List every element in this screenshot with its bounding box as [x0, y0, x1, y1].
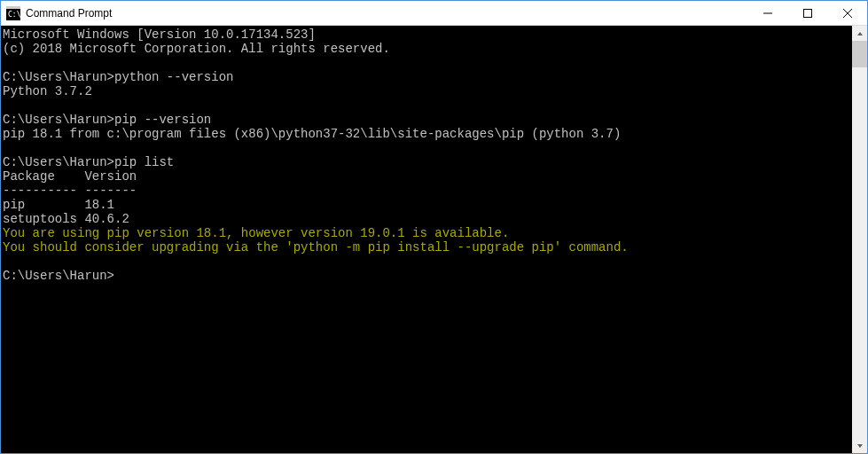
console-line: You are using pip version 18.1, however … — [3, 226, 852, 240]
console-line: Python 3.7.2 — [3, 84, 852, 98]
scroll-up-button[interactable] — [852, 26, 867, 41]
console-line — [3, 56, 852, 70]
close-button[interactable] — [827, 1, 867, 25]
console-area: Microsoft Windows [Version 10.0.17134.52… — [1, 26, 867, 453]
vertical-scrollbar[interactable] — [852, 26, 867, 453]
console-line — [3, 141, 852, 155]
console-line: Package Version — [3, 169, 852, 184]
console-line — [3, 98, 852, 113]
minimize-button[interactable] — [747, 1, 787, 25]
window-title: Command Prompt — [26, 7, 747, 20]
command-prompt-window: C:\ Command Prompt Microsoft Windows [Ve… — [0, 0, 868, 454]
console-line: (c) 2018 Microsoft Corporation. All righ… — [3, 42, 852, 56]
console-line: ---------- ------- — [3, 184, 852, 198]
console-line: pip 18.1 from c:\program files (x86)\pyt… — [3, 127, 852, 141]
console-line: setuptools 40.6.2 — [3, 212, 852, 226]
maximize-button[interactable] — [787, 1, 827, 25]
console-line: pip 18.1 — [3, 198, 852, 212]
console-line — [3, 254, 852, 269]
svg-marker-7 — [857, 32, 863, 35]
console-line: You should consider upgrading via the 'p… — [3, 240, 852, 254]
svg-rect-4 — [803, 9, 811, 17]
cmd-icon: C:\ — [6, 6, 20, 20]
scroll-thumb[interactable] — [852, 41, 867, 67]
titlebar[interactable]: C:\ Command Prompt — [1, 1, 867, 26]
svg-rect-1 — [6, 6, 20, 9]
console-line: Microsoft Windows [Version 10.0.17134.52… — [3, 27, 852, 42]
window-controls — [747, 1, 867, 25]
console-output[interactable]: Microsoft Windows [Version 10.0.17134.52… — [1, 26, 852, 453]
svg-text:C:\: C:\ — [8, 11, 20, 19]
console-line: C:\Users\Harun>pip list — [3, 155, 852, 169]
console-line: C:\Users\Harun> — [3, 269, 852, 283]
scroll-track[interactable] — [852, 41, 867, 438]
console-line: C:\Users\Harun>python --version — [3, 70, 852, 84]
console-line: C:\Users\Harun>pip --version — [3, 113, 852, 127]
svg-marker-8 — [857, 444, 863, 448]
scroll-down-button[interactable] — [852, 438, 867, 453]
